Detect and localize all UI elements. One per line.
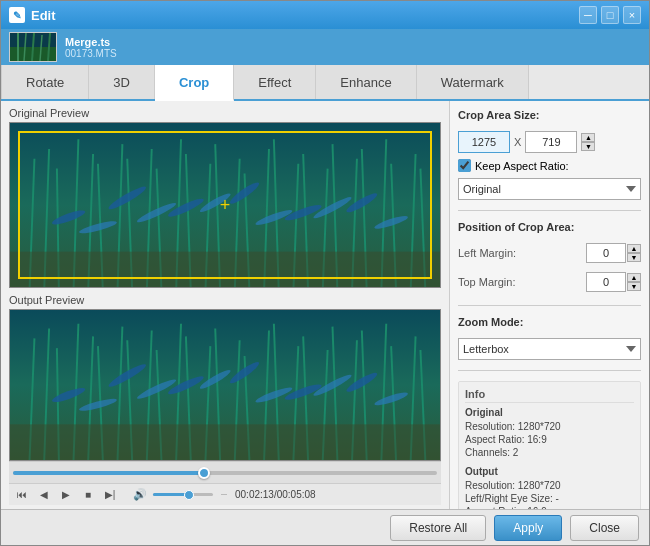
left-margin-row: Left Margin: ▲ ▼ [458, 243, 641, 263]
bottom-bar: Restore All Apply Close [1, 509, 649, 545]
aspect-dropdown[interactable]: Original 16:9 4:3 1:1 [458, 178, 641, 200]
output-preview-image [10, 310, 440, 460]
step-forward-button[interactable]: ▶| [101, 486, 119, 504]
play-button[interactable]: ▶ [57, 486, 75, 504]
content-area: Original Preview [1, 101, 649, 509]
skip-back-button[interactable]: ⏮ [13, 486, 31, 504]
apply-button[interactable]: Apply [494, 515, 562, 541]
left-margin-input-wrap: ▲ ▼ [586, 243, 641, 263]
zoom-mode-title: Zoom Mode: [458, 316, 641, 328]
output-resolution: Resolution: 1280*720 [465, 480, 634, 491]
keep-aspect-checkbox[interactable] [458, 159, 471, 172]
original-channels: Channels: 2 [465, 447, 634, 458]
original-aspect: Aspect Ratio: 16:9 [465, 434, 634, 445]
keep-aspect-row: Keep Aspect Ratio: [458, 159, 641, 172]
zoom-dropdown[interactable]: Letterbox Pan & Scan Full [458, 338, 641, 360]
left-margin-input[interactable] [586, 243, 626, 263]
top-margin-row: Top Margin: ▲ ▼ [458, 272, 641, 292]
info-section-header: Info [465, 388, 634, 403]
top-margin-label: Top Margin: [458, 276, 515, 288]
progress-thumb[interactable] [198, 467, 210, 479]
x-separator: X [514, 136, 521, 148]
output-eye-size: Left/Right Eye Size: - [465, 493, 634, 504]
height-spinners: ▲ ▼ [581, 133, 595, 151]
original-info-label: Original [465, 407, 634, 418]
divider-1 [458, 210, 641, 211]
crop-width-input[interactable] [458, 131, 510, 153]
top-margin-input-wrap: ▲ ▼ [586, 272, 641, 292]
maximize-button[interactable]: □ [601, 6, 619, 24]
tab-watermark[interactable]: Watermark [417, 65, 529, 99]
stop-button[interactable]: ■ [79, 486, 97, 504]
playback-bar: ⏮ ◀ ▶ ■ ▶| 🔊 00:02:13/00:05:08 [9, 483, 441, 505]
tab-effect[interactable]: Effect [234, 65, 316, 99]
file-info: Merge.ts 00173.MTS [65, 36, 117, 59]
tab-crop[interactable]: Crop [155, 65, 234, 101]
progress-track [13, 471, 437, 475]
svg-rect-90 [10, 425, 440, 460]
original-preview-box: + [9, 122, 441, 288]
step-back-button[interactable]: ◀ [35, 486, 53, 504]
file-name-primary: Merge.ts [65, 36, 117, 48]
left-margin-down[interactable]: ▼ [627, 253, 641, 262]
original-preview-image [10, 123, 440, 287]
top-margin-input[interactable] [586, 272, 626, 292]
close-button[interactable]: × [623, 6, 641, 24]
zoom-dropdown-wrap: Letterbox Pan & Scan Full [458, 338, 641, 360]
left-panel: Original Preview [1, 101, 449, 509]
info-section: Info Original Resolution: 1280*720 Aspec… [458, 381, 641, 509]
time-display: 00:02:13/00:05:08 [235, 489, 316, 500]
file-name-secondary: 00173.MTS [65, 48, 117, 59]
close-dialog-button[interactable]: Close [570, 515, 639, 541]
aspect-dropdown-wrap: Original 16:9 4:3 1:1 [458, 178, 641, 200]
crop-height-input[interactable] [525, 131, 577, 153]
tab-rotate[interactable]: Rotate [1, 65, 89, 99]
height-up-button[interactable]: ▲ [581, 133, 595, 142]
output-preview-label: Output Preview [9, 294, 441, 306]
svg-rect-48 [10, 252, 440, 288]
divider-2 [458, 305, 641, 306]
position-title: Position of Crop Area: [458, 221, 641, 233]
window-title: Edit [31, 8, 575, 23]
volume-icon: 🔊 [131, 486, 149, 504]
volume-thumb[interactable] [184, 490, 194, 500]
top-margin-spinners: ▲ ▼ [627, 273, 641, 291]
minimize-button[interactable]: ─ [579, 6, 597, 24]
top-margin-up[interactable]: ▲ [627, 273, 641, 282]
left-margin-label: Left Margin: [458, 247, 516, 259]
restore-all-button[interactable]: Restore All [390, 515, 486, 541]
top-margin-down[interactable]: ▼ [627, 282, 641, 291]
output-info-label: Output [465, 466, 634, 477]
right-panel: Crop Area Size: X ▲ ▼ Keep Aspect Ratio:… [449, 101, 649, 509]
edit-window: ✎ Edit ─ □ × Merge.ts 00173.MTS Rotate 3… [0, 0, 650, 546]
left-margin-up[interactable]: ▲ [627, 244, 641, 253]
crop-area-size-title: Crop Area Size: [458, 109, 641, 121]
tab-bar: Rotate 3D Crop Effect Enhance Watermark [1, 65, 649, 101]
keep-aspect-label: Keep Aspect Ratio: [475, 160, 569, 172]
volume-slider[interactable] [153, 487, 213, 503]
tab-enhance[interactable]: Enhance [316, 65, 416, 99]
volume-track [153, 493, 213, 496]
title-bar: ✎ Edit ─ □ × [1, 1, 649, 29]
file-bar: Merge.ts 00173.MTS [1, 29, 649, 65]
divider-3 [458, 370, 641, 371]
crop-size-row: X ▲ ▼ [458, 131, 641, 153]
window-icon: ✎ [9, 7, 25, 23]
file-thumbnail [9, 32, 57, 62]
output-preview-box [9, 309, 441, 461]
progress-slider-container[interactable] [13, 465, 437, 481]
original-preview-label: Original Preview [9, 107, 441, 119]
left-margin-spinners: ▲ ▼ [627, 244, 641, 262]
progress-fill [13, 471, 204, 475]
height-down-button[interactable]: ▼ [581, 142, 595, 151]
tab-3d[interactable]: 3D [89, 65, 155, 99]
original-resolution: Resolution: 1280*720 [465, 421, 634, 432]
